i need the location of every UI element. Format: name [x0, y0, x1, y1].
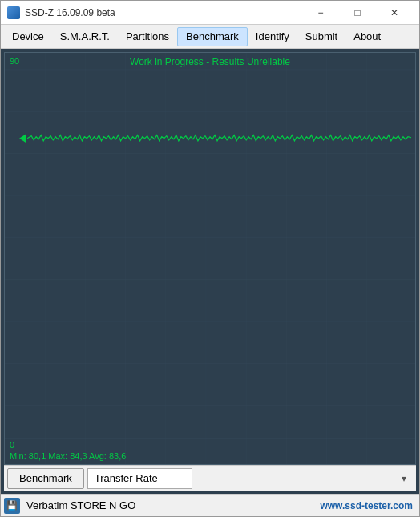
bottom-controls: Benchmark Transfer Rate Sequential Read …: [4, 465, 416, 491]
drive-icon: 💾: [4, 498, 20, 514]
maximize-button[interactable]: □: [339, 1, 376, 25]
window-title: SSD-Z 16.09.09 beta: [25, 7, 302, 18]
close-button[interactable]: ✕: [376, 1, 413, 25]
transfer-rate-dropdown[interactable]: Transfer Rate Sequential Read Sequential…: [87, 468, 192, 489]
menu-item-identify[interactable]: Identify: [248, 27, 297, 46]
main-window: SSD-Z 16.09.09 beta − □ ✕ Device S.M.A.R…: [0, 0, 420, 517]
menu-item-benchmark[interactable]: Benchmark: [177, 27, 248, 46]
menu-item-about[interactable]: About: [345, 27, 389, 46]
menu-item-smart[interactable]: S.M.A.R.T.: [52, 27, 118, 46]
svg-marker-19: [19, 135, 26, 143]
menu-item-partitions[interactable]: Partitions: [118, 27, 177, 46]
menu-bar: Device S.M.A.R.T. Partitions Benchmark I…: [1, 25, 419, 49]
main-content: 90 0 Work in Progress - Results Unreliab…: [1, 49, 419, 494]
menu-item-device[interactable]: Device: [4, 27, 52, 46]
chart-container: 90 0 Work in Progress - Results Unreliab…: [4, 52, 416, 465]
minimize-button[interactable]: −: [302, 1, 339, 25]
window-controls: − □ ✕: [302, 1, 413, 25]
benchmark-chart: [5, 53, 415, 464]
transfer-rate-dropdown-wrapper[interactable]: Transfer Rate Sequential Read Sequential…: [87, 468, 413, 489]
title-bar: SSD-Z 16.09.09 beta − □ ✕: [1, 1, 419, 25]
app-icon: [7, 6, 20, 19]
menu-item-submit[interactable]: Submit: [297, 27, 345, 46]
chart-warning-label: Work in Progress - Results Unreliable: [5, 56, 415, 67]
website-label: www.ssd-tester.com: [320, 500, 416, 511]
drive-name-label: Verbatim STORE N GO: [23, 499, 317, 511]
status-bar: 💾 Verbatim STORE N GO www.ssd-tester.com: [1, 494, 419, 516]
benchmark-button[interactable]: Benchmark: [7, 468, 84, 489]
